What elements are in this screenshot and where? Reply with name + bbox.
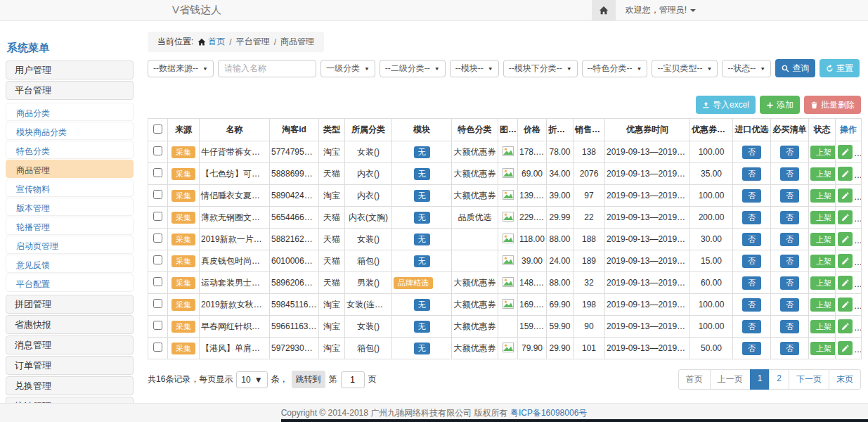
- edit-button[interactable]: [838, 254, 853, 268]
- row-checkbox[interactable]: [153, 212, 162, 221]
- import-choice-toggle[interactable]: 否: [742, 167, 761, 181]
- must-buy-toggle[interactable]: 否: [780, 320, 799, 333]
- sidebar-item[interactable]: 模块商品分类: [6, 122, 134, 140]
- import-choice-toggle[interactable]: 否: [742, 320, 761, 333]
- name-search-input[interactable]: [218, 60, 316, 77]
- jump-button[interactable]: 跳转到: [292, 371, 325, 388]
- sidebar-group[interactable]: 用户管理: [6, 60, 134, 79]
- status-badge[interactable]: 上架: [810, 320, 836, 333]
- page-link[interactable]: 上一页: [710, 369, 751, 390]
- row-checkbox[interactable]: [153, 190, 162, 199]
- page-link[interactable]: 1: [750, 369, 770, 390]
- row-checkbox[interactable]: [153, 168, 162, 177]
- edit-button[interactable]: [838, 210, 853, 224]
- sidebar-group[interactable]: 兑换管理: [6, 376, 134, 395]
- trash-icon: [810, 101, 818, 109]
- import-choice-toggle[interactable]: 否: [742, 255, 761, 268]
- filter-select[interactable]: --宝贝类型--▼: [652, 60, 718, 77]
- must-buy-toggle[interactable]: 否: [780, 233, 799, 246]
- icp-link[interactable]: 粤ICP备16098006号: [510, 407, 587, 419]
- import-excel-button[interactable]: 导入excel: [696, 96, 756, 114]
- sidebar-item[interactable]: 版本管理: [6, 198, 134, 216]
- must-buy-toggle[interactable]: 否: [780, 342, 799, 355]
- filter-select[interactable]: --数据来源--▼: [148, 60, 214, 77]
- status-badge[interactable]: 上架: [810, 211, 836, 224]
- import-choice-toggle[interactable]: 否: [742, 298, 761, 312]
- reset-button[interactable]: 重置: [820, 59, 860, 77]
- import-choice-toggle[interactable]: 否: [742, 342, 761, 355]
- status-badge[interactable]: 上架: [810, 189, 836, 203]
- status-badge[interactable]: 上架: [810, 255, 836, 268]
- page-link[interactable]: 首页: [678, 369, 711, 390]
- row-checkbox[interactable]: [153, 299, 162, 308]
- sidebar-item[interactable]: 商品管理: [6, 160, 134, 178]
- must-buy-toggle[interactable]: 否: [780, 146, 799, 159]
- sidebar-item[interactable]: 轮播管理: [6, 217, 134, 235]
- filter-select[interactable]: --二级分类--▼: [380, 60, 446, 77]
- edit-button[interactable]: [838, 319, 853, 333]
- row-checkbox[interactable]: [153, 321, 162, 330]
- must-buy-toggle[interactable]: 否: [780, 255, 799, 268]
- must-buy-toggle[interactable]: 否: [780, 298, 799, 312]
- sidebar-group[interactable]: 平台管理: [6, 81, 134, 100]
- page-number-input[interactable]: [341, 371, 365, 388]
- filter-select[interactable]: --模块--▼: [450, 60, 499, 77]
- sidebar-group[interactable]: 拼团管理: [6, 295, 134, 314]
- sidebar-item[interactable]: 平台配置: [6, 274, 134, 292]
- filter-select[interactable]: --状态--▼: [722, 60, 771, 77]
- add-button[interactable]: 添加: [760, 96, 800, 114]
- import-choice-toggle[interactable]: 否: [742, 276, 761, 290]
- row-checkbox[interactable]: [153, 255, 162, 264]
- status-badge[interactable]: 上架: [810, 342, 836, 355]
- status-badge[interactable]: 上架: [810, 146, 836, 159]
- import-choice-toggle[interactable]: 否: [742, 233, 761, 246]
- sidebar-item[interactable]: 商品分类: [6, 103, 134, 121]
- edit-button[interactable]: [838, 167, 853, 181]
- import-choice-toggle[interactable]: 否: [742, 211, 761, 224]
- filter-select[interactable]: 一级分类▼: [320, 60, 375, 77]
- row-checkbox[interactable]: [153, 277, 162, 286]
- edit-button[interactable]: [838, 145, 853, 159]
- feature-category: 大额优惠券: [452, 141, 498, 163]
- thumbnail-cell: [498, 338, 518, 359]
- edit-button[interactable]: [838, 188, 853, 203]
- page-link[interactable]: 末页: [829, 369, 861, 390]
- row-checkbox[interactable]: [153, 234, 162, 243]
- status-badge[interactable]: 上架: [810, 298, 836, 312]
- per-page-select[interactable]: 10 ▼: [236, 371, 267, 388]
- row-checkbox[interactable]: [153, 146, 162, 155]
- must-buy-toggle[interactable]: 否: [780, 189, 799, 203]
- must-buy-toggle[interactable]: 否: [780, 211, 799, 224]
- sidebar-item[interactable]: 启动页管理: [6, 236, 134, 254]
- batch-delete-button[interactable]: 批量删除: [804, 96, 861, 114]
- filter-select[interactable]: --特色分类--▼: [582, 60, 648, 77]
- user-menu[interactable]: 欢迎您，管理员!: [626, 4, 696, 16]
- sidebar-group[interactable]: 省惠快报: [6, 315, 134, 334]
- select-all-checkbox[interactable]: [153, 124, 162, 134]
- taoke-id: 598451162391: [270, 294, 319, 316]
- row-checkbox[interactable]: [153, 343, 162, 352]
- sidebar-item[interactable]: 宣传物料: [6, 179, 134, 197]
- sidebar-item[interactable]: 意见反馈: [6, 255, 134, 273]
- edit-button[interactable]: [838, 341, 853, 355]
- edit-button[interactable]: [838, 232, 853, 246]
- status-badge[interactable]: 上架: [810, 276, 836, 290]
- search-button[interactable]: 查询: [775, 59, 815, 77]
- filter-select[interactable]: --模块下分类--▼: [503, 60, 578, 77]
- status-badge[interactable]: 上架: [810, 233, 836, 246]
- breadcrumb-home-link[interactable]: 首页: [197, 36, 225, 48]
- column-header: 必买清单: [771, 119, 809, 141]
- page-link[interactable]: 2: [769, 369, 789, 390]
- edit-button[interactable]: [838, 276, 853, 290]
- home-button[interactable]: [592, 0, 616, 21]
- sidebar-group[interactable]: 消息管理: [6, 335, 134, 354]
- import-choice-toggle[interactable]: 否: [742, 146, 761, 159]
- sidebar-item[interactable]: 特色分类: [6, 141, 134, 159]
- must-buy-toggle[interactable]: 否: [780, 276, 799, 290]
- sidebar-group[interactable]: 订单管理: [6, 356, 134, 375]
- status-badge[interactable]: 上架: [810, 167, 836, 181]
- page-link[interactable]: 下一页: [789, 369, 829, 390]
- import-choice-toggle[interactable]: 否: [742, 189, 761, 203]
- must-buy-toggle[interactable]: 否: [780, 167, 799, 181]
- edit-button[interactable]: [838, 298, 853, 312]
